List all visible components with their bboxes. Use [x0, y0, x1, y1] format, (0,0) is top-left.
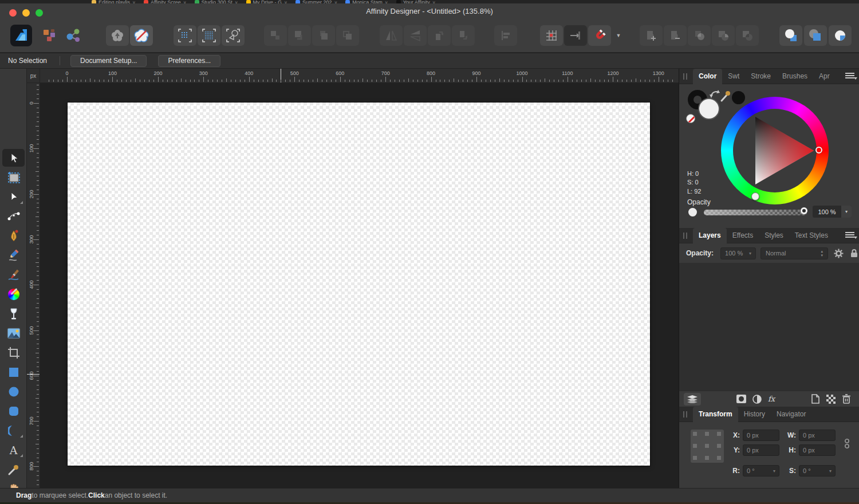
color-panel-menu-icon[interactable] [845, 73, 854, 80]
horizontal-ruler[interactable]: 0100200300400500600700800900100011001200… [40, 69, 679, 83]
rounded-rectangle-tool-button[interactable] [2, 402, 25, 420]
swap-fill-stroke-icon[interactable] [709, 89, 720, 98]
transform-shear-field[interactable]: 0 °▾ [799, 465, 836, 477]
fill-swatch[interactable] [698, 98, 720, 120]
node-tool-button[interactable] [2, 188, 25, 206]
arrange-front-button[interactable] [336, 25, 359, 46]
preferences-button[interactable]: Preferences... [158, 55, 220, 67]
tab-stroke[interactable]: Stroke [745, 69, 777, 84]
lightness-selector[interactable] [751, 192, 759, 200]
opacity-slider-knob[interactable] [801, 207, 807, 214]
tab-styles[interactable]: Styles [759, 228, 789, 243]
opacity-value-box[interactable]: 100 % ▾ [813, 206, 852, 218]
tab-history[interactable]: History [738, 407, 771, 422]
artistic-text-tool-button[interactable]: A [2, 441, 25, 459]
swatches-button[interactable] [38, 25, 61, 46]
layers-opacity-dropdown[interactable]: 100 % ▾ [720, 247, 756, 259]
panel-grip[interactable] [683, 411, 687, 418]
arrange-backward-button[interactable] [288, 25, 311, 46]
vector-crop-tool-button[interactable] [2, 344, 25, 361]
opacity-swatch[interactable] [688, 208, 697, 216]
hue-selector[interactable] [815, 147, 822, 153]
delete-layer-button[interactable] [842, 394, 850, 404]
tab-layers[interactable]: Layers [693, 228, 727, 243]
panel-grip[interactable] [683, 233, 687, 239]
vertical-ruler[interactable]: 0100200300400500600700800 [27, 83, 40, 488]
move-tool-button[interactable] [2, 149, 25, 167]
boolean-divide-button[interactable] [712, 25, 735, 46]
pencil-tool-button[interactable] [2, 246, 25, 264]
boolean-intersect-button[interactable] [688, 25, 711, 46]
layer-effects-button[interactable]: fx [768, 395, 775, 403]
opacity-slider[interactable] [704, 210, 807, 215]
node-graph-button[interactable] [62, 25, 85, 46]
transform-x-field[interactable]: 0 px [743, 430, 779, 441]
place-image-tool-button[interactable] [2, 324, 25, 342]
lock-icon[interactable] [850, 249, 858, 258]
snapping-options-button[interactable]: ▼ [612, 25, 625, 46]
layers-list-empty[interactable] [679, 263, 859, 391]
new-layer-button[interactable] [811, 394, 819, 404]
ellipse-tool-button[interactable] [2, 383, 25, 400]
flip-vertical-button[interactable] [404, 25, 427, 46]
arrange-back-button[interactable] [264, 25, 287, 46]
insert-behind-button[interactable] [829, 25, 852, 46]
boolean-combine-button[interactable] [736, 25, 759, 46]
alignment-button[interactable] [494, 25, 517, 46]
boolean-subtract-button[interactable] [664, 25, 687, 46]
tab-navigator[interactable]: Navigator [771, 407, 811, 422]
export-persona-button[interactable] [106, 25, 129, 46]
vector-brush-tool-button[interactable] [2, 266, 25, 284]
opacity-dropdown-caret[interactable]: ▾ [841, 206, 852, 218]
tab-text-styles[interactable]: Text Styles [789, 228, 834, 243]
layers-panel-menu-icon[interactable] [845, 232, 854, 239]
pattern-layer-button[interactable] [826, 395, 836, 404]
boolean-add-button[interactable] [640, 25, 663, 46]
tab-apr[interactable]: Apr [813, 69, 836, 84]
transparency-tool-button[interactable] [2, 305, 25, 322]
artboard-tool-button[interactable] [2, 168, 25, 186]
colour-picker-tool-button[interactable] [2, 460, 25, 478]
insert-over-button[interactable] [779, 25, 802, 46]
saturation-lightness-triangle[interactable] [734, 110, 815, 191]
affinity-designer-logo[interactable] [10, 25, 33, 46]
snap-to-edge-button[interactable] [564, 25, 587, 46]
snap-shape-button[interactable] [222, 25, 245, 46]
link-dimensions-icon[interactable] [844, 438, 850, 450]
transform-y-field[interactable]: 0 px [743, 444, 779, 456]
artboard-transparent-canvas[interactable] [68, 103, 650, 466]
picked-color-swatch[interactable] [732, 91, 745, 104]
pen-tool-button[interactable] [2, 227, 25, 245]
tab-swt[interactable]: Swt [722, 69, 745, 84]
eyedropper-icon[interactable] [719, 89, 732, 103]
transform-w-field[interactable]: 0 px [799, 430, 836, 441]
document-setup-button[interactable]: Document Setup... [70, 55, 147, 67]
adjustment-layer-button[interactable] [752, 395, 762, 404]
transform-rotation-field[interactable]: 0 °▾ [743, 465, 779, 477]
point-transform-tool-button[interactable] [2, 207, 25, 225]
tab-brushes[interactable]: Brushes [777, 69, 813, 84]
transform-anchor-selector[interactable] [691, 430, 724, 463]
fill-gradient-tool-button[interactable] [2, 285, 25, 303]
ruler-units-label[interactable]: px [27, 69, 40, 83]
rotate-cw-button[interactable] [452, 25, 475, 46]
layers-stack-button[interactable] [684, 393, 701, 405]
tab-color[interactable]: Color [693, 69, 722, 84]
crescent-tool-button[interactable] [2, 422, 25, 439]
rectangle-tool-button[interactable] [2, 363, 25, 381]
gear-icon[interactable] [834, 249, 844, 258]
hue-wheel[interactable] [721, 97, 829, 204]
tab-transform[interactable]: Transform [693, 407, 738, 422]
snap-grid-fine-button[interactable] [198, 25, 220, 46]
pixel-persona-button[interactable] [130, 25, 153, 46]
panel-grip[interactable] [683, 73, 687, 80]
snapping-magnet-button[interactable] [588, 25, 611, 46]
canvas-viewport[interactable] [40, 83, 679, 488]
rotate-ccw-button[interactable] [428, 25, 451, 46]
snap-grid-button[interactable] [174, 25, 196, 46]
grid-toggle-button[interactable] [540, 25, 563, 46]
tab-effects[interactable]: Effects [727, 228, 759, 243]
no-fill-icon[interactable] [686, 114, 695, 123]
insert-inside-button[interactable] [804, 25, 827, 46]
mask-layer-button[interactable] [736, 395, 746, 403]
